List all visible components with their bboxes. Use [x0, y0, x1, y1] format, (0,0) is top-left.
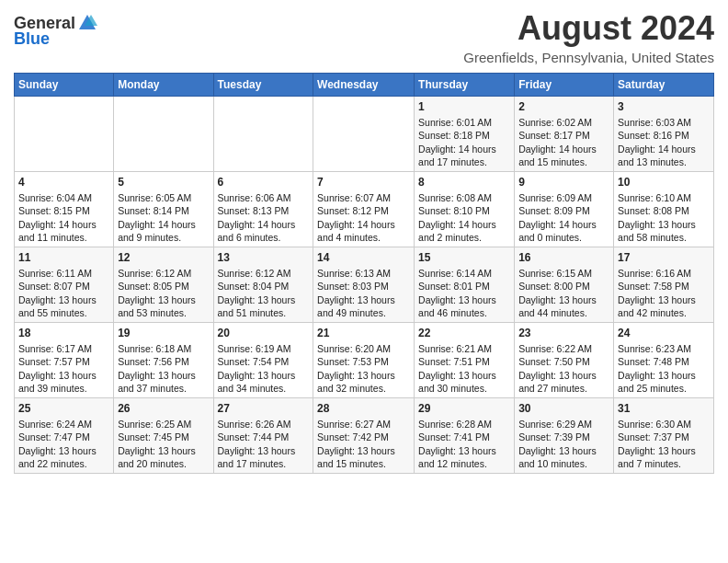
day-info: Daylight: 13 hours: [218, 293, 310, 306]
week-row-1: 4Sunrise: 6:04 AMSunset: 8:15 PMDaylight…: [15, 172, 714, 247]
day-info: and 44 minutes.: [518, 306, 609, 319]
day-info: Daylight: 14 hours: [618, 143, 710, 155]
day-info: and 11 minutes.: [18, 231, 109, 244]
day-info: Daylight: 13 hours: [317, 444, 410, 457]
day-info: Sunrise: 6:18 AM: [118, 342, 209, 355]
calendar-cell: 28Sunrise: 6:27 AMSunset: 7:42 PMDayligh…: [313, 398, 415, 474]
day-number: 15: [418, 250, 510, 265]
day-info: Sunset: 7:50 PM: [518, 355, 609, 368]
logo: General Blue: [14, 13, 97, 49]
day-info: Daylight: 13 hours: [518, 444, 609, 457]
week-row-4: 25Sunrise: 6:24 AMSunset: 7:47 PMDayligh…: [15, 398, 714, 474]
day-info: Sunset: 7:45 PM: [118, 431, 209, 443]
day-info: and 15 minutes.: [518, 155, 609, 168]
day-info: Sunrise: 6:21 AM: [418, 342, 510, 355]
calendar-cell: 18Sunrise: 6:17 AMSunset: 7:57 PMDayligh…: [15, 323, 114, 398]
header: General Blue August 2024 Greenfields, Pe…: [14, 9, 714, 65]
day-info: Sunset: 8:16 PM: [618, 129, 710, 142]
day-info: Sunrise: 6:26 AM: [218, 418, 310, 431]
day-info: Sunset: 8:09 PM: [518, 204, 609, 217]
day-info: Sunrise: 6:04 AM: [18, 191, 109, 204]
day-info: Sunrise: 6:12 AM: [118, 267, 209, 280]
day-info: Sunrise: 6:17 AM: [18, 342, 109, 355]
day-number: 25: [18, 401, 109, 416]
day-info: and 20 minutes.: [118, 457, 209, 470]
day-info: Sunset: 8:07 PM: [18, 280, 109, 293]
col-wednesday: Wednesday: [313, 74, 415, 97]
calendar-cell: 17Sunrise: 6:16 AMSunset: 7:58 PMDayligh…: [614, 247, 714, 323]
day-info: Sunset: 7:44 PM: [218, 431, 310, 443]
col-saturday: Saturday: [614, 74, 714, 97]
col-friday: Friday: [515, 74, 614, 97]
col-tuesday: Tuesday: [213, 74, 313, 97]
calendar-body: 1Sunrise: 6:01 AMSunset: 8:18 PMDaylight…: [15, 97, 714, 474]
day-number: 19: [118, 326, 209, 340]
day-info: Daylight: 13 hours: [418, 293, 510, 306]
day-info: Daylight: 14 hours: [218, 218, 310, 231]
day-info: Sunset: 8:00 PM: [518, 280, 609, 293]
calendar-cell: 25Sunrise: 6:24 AMSunset: 7:47 PMDayligh…: [15, 398, 114, 474]
day-number: 8: [418, 175, 510, 190]
calendar-cell: 30Sunrise: 6:29 AMSunset: 7:39 PMDayligh…: [515, 398, 614, 474]
day-info: Daylight: 13 hours: [418, 369, 510, 382]
day-info: Sunrise: 6:13 AM: [317, 267, 410, 280]
calendar-cell: 16Sunrise: 6:15 AMSunset: 8:00 PMDayligh…: [515, 247, 614, 323]
day-info: and 37 minutes.: [118, 382, 209, 395]
day-info: Sunset: 8:03 PM: [317, 280, 410, 293]
calendar-cell: [213, 97, 313, 172]
day-info: Daylight: 13 hours: [18, 369, 109, 382]
calendar-cell: [313, 97, 415, 172]
day-number: 10: [618, 175, 710, 190]
day-info: Daylight: 14 hours: [418, 218, 510, 231]
day-info: Daylight: 13 hours: [317, 293, 410, 306]
calendar-cell: 22Sunrise: 6:21 AMSunset: 7:51 PMDayligh…: [415, 323, 515, 398]
day-info: and 42 minutes.: [618, 306, 710, 319]
day-info: Sunrise: 6:20 AM: [317, 342, 410, 355]
day-info: Daylight: 13 hours: [618, 444, 710, 457]
day-info: Sunrise: 6:01 AM: [418, 116, 510, 129]
day-info: Sunset: 8:13 PM: [218, 204, 310, 217]
day-info: Daylight: 14 hours: [518, 143, 609, 155]
day-info: and 17 minutes.: [418, 155, 510, 168]
day-info: Daylight: 13 hours: [118, 369, 209, 382]
day-info: Daylight: 13 hours: [18, 293, 109, 306]
day-number: 21: [317, 326, 410, 340]
calendar-cell: 4Sunrise: 6:04 AMSunset: 8:15 PMDaylight…: [15, 172, 114, 247]
day-number: 31: [618, 401, 710, 416]
day-info: Daylight: 13 hours: [618, 293, 710, 306]
day-info: Sunrise: 6:24 AM: [18, 418, 109, 431]
day-info: Sunset: 8:10 PM: [418, 204, 510, 217]
day-info: and 34 minutes.: [218, 382, 310, 395]
day-info: Sunrise: 6:19 AM: [218, 342, 310, 355]
day-number: 11: [18, 250, 109, 265]
day-info: Sunrise: 6:30 AM: [618, 418, 710, 431]
day-number: 12: [118, 250, 209, 265]
location-title: Greenfields, Pennsylvania, United States: [463, 50, 714, 65]
day-info: and 9 minutes.: [118, 231, 209, 244]
day-info: Daylight: 14 hours: [118, 218, 209, 231]
week-row-2: 11Sunrise: 6:11 AMSunset: 8:07 PMDayligh…: [15, 247, 714, 323]
day-info: Daylight: 13 hours: [118, 293, 209, 306]
day-info: and 6 minutes.: [218, 231, 310, 244]
day-info: Sunrise: 6:29 AM: [518, 418, 609, 431]
calendar-cell: 9Sunrise: 6:09 AMSunset: 8:09 PMDaylight…: [515, 172, 614, 247]
day-info: Sunset: 7:37 PM: [618, 431, 710, 443]
day-info: and 32 minutes.: [317, 382, 410, 395]
day-info: Sunset: 7:58 PM: [618, 280, 710, 293]
day-info: Sunrise: 6:23 AM: [618, 342, 710, 355]
day-info: Sunrise: 6:06 AM: [218, 191, 310, 204]
week-row-0: 1Sunrise: 6:01 AMSunset: 8:18 PMDaylight…: [15, 97, 714, 172]
calendar-cell: 14Sunrise: 6:13 AMSunset: 8:03 PMDayligh…: [313, 247, 415, 323]
col-sunday: Sunday: [15, 74, 114, 97]
calendar-cell: 2Sunrise: 6:02 AMSunset: 8:17 PMDaylight…: [515, 97, 614, 172]
day-number: 26: [118, 401, 209, 416]
day-info: Daylight: 13 hours: [618, 218, 710, 231]
day-number: 2: [518, 99, 609, 114]
calendar-cell: 13Sunrise: 6:12 AMSunset: 8:04 PMDayligh…: [213, 247, 313, 323]
day-info: Sunrise: 6:12 AM: [218, 267, 310, 280]
calendar-cell: 5Sunrise: 6:05 AMSunset: 8:14 PMDaylight…: [114, 172, 213, 247]
day-info: Daylight: 13 hours: [518, 293, 609, 306]
day-info: Daylight: 13 hours: [317, 369, 410, 382]
calendar-cell: 7Sunrise: 6:07 AMSunset: 8:12 PMDaylight…: [313, 172, 415, 247]
day-info: Daylight: 13 hours: [118, 444, 209, 457]
